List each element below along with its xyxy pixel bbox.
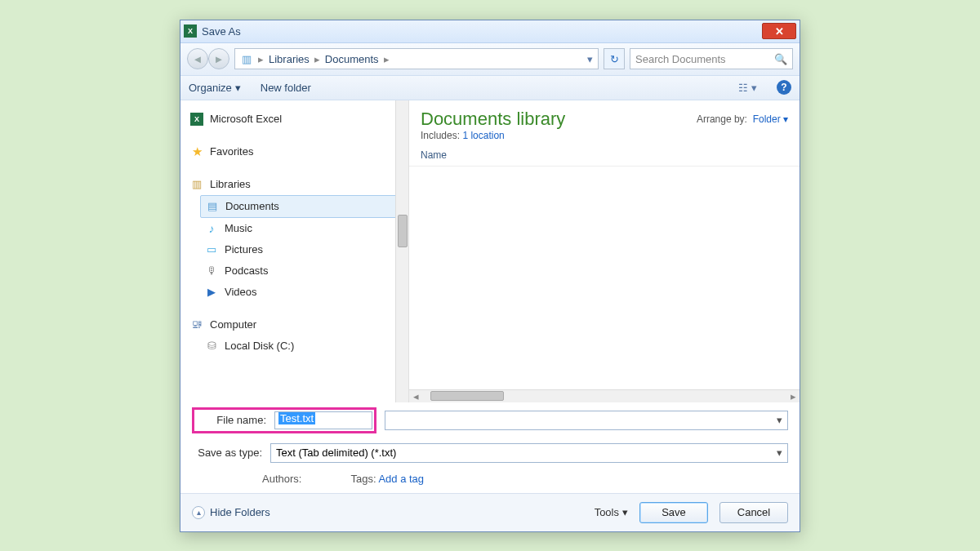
folder-icon: ▥: [240, 52, 253, 65]
savetype-dropdown[interactable]: Text (Tab delimited) (*.txt) ▾: [270, 443, 788, 463]
tree-item-documents[interactable]: ▤ Documents: [200, 195, 403, 218]
save-as-dialog: X Save As ✕ ◄ ► ▥ ▸ Libraries ▸ Document…: [180, 20, 800, 532]
star-icon: ★: [190, 145, 203, 158]
organize-menu[interactable]: Organize ▾: [189, 82, 241, 94]
help-button[interactable]: ?: [777, 80, 791, 95]
authors-label: Authors:: [262, 473, 301, 485]
tags-label: Tags:: [350, 473, 376, 485]
tree-item-favorites[interactable]: ★ Favorites: [185, 141, 403, 162]
tree-item-pictures[interactable]: ▭ Pictures: [200, 239, 403, 260]
metadata-row: Authors: Tags: Add a tag: [180, 468, 800, 493]
tree-item-excel[interactable]: X Microsoft Excel: [185, 109, 403, 130]
tree-label: Music: [225, 222, 252, 234]
new-folder-label: New folder: [261, 82, 311, 94]
breadcrumb-libraries[interactable]: Libraries: [269, 53, 310, 65]
arrange-by-dropdown[interactable]: Folder ▾: [753, 113, 788, 125]
tree-scrollbar[interactable]: [395, 100, 408, 402]
file-list[interactable]: [409, 167, 800, 389]
view-options-button[interactable]: ☷ ▾: [738, 82, 757, 94]
filename-highlight: File name: Test.txt: [192, 407, 376, 433]
save-button[interactable]: Save: [639, 502, 708, 523]
horizontal-scrollbar[interactable]: ◂▸: [409, 389, 800, 402]
savetype-value: Text (Tab delimited) (*.txt): [276, 447, 777, 459]
tree-label: Videos: [225, 286, 257, 298]
organize-label: Organize: [189, 82, 232, 94]
tree-item-localdisk[interactable]: ⛁ Local Disk (C:): [200, 335, 403, 357]
excel-icon: X: [184, 24, 197, 38]
dialog-body: X Microsoft Excel ★ Favorites ▥ Librarie…: [180, 100, 800, 402]
tree-label: Podcasts: [225, 264, 268, 277]
tree-item-libraries[interactable]: ▥ Libraries: [185, 174, 403, 195]
refresh-button[interactable]: ↻: [604, 48, 625, 69]
documents-icon: ▤: [206, 200, 219, 213]
chevron-down-icon: ▾: [235, 82, 241, 94]
tree-label: Documents: [225, 200, 279, 212]
libraries-icon: ▥: [190, 178, 203, 191]
includes-link[interactable]: 1 location: [462, 130, 504, 141]
titlebar: X Save As ✕: [180, 20, 800, 43]
tree-item-computer[interactable]: 🖳 Computer: [185, 314, 403, 335]
includes-label: Includes:: [421, 130, 460, 141]
arrange-label: Arrange by:: [697, 113, 747, 125]
pictures-icon: ▭: [205, 243, 218, 256]
excel-icon: X: [190, 113, 203, 126]
breadcrumb-separator: ▸: [258, 53, 264, 65]
column-header-name[interactable]: Name: [409, 144, 800, 167]
tree-label: Computer: [210, 318, 256, 331]
hide-folders-button[interactable]: ▴ Hide Folders: [192, 506, 270, 519]
podcasts-icon: 🎙: [205, 264, 218, 278]
savetype-label: Save as type:: [192, 447, 262, 459]
authors-field[interactable]: Authors:: [262, 473, 301, 485]
filename-label: File name:: [196, 414, 266, 426]
music-icon: ♪: [205, 222, 218, 235]
forward-button[interactable]: ►: [208, 48, 229, 69]
content-pane: Documents library Includes: 1 location A…: [409, 100, 800, 402]
videos-icon: ▶: [205, 286, 218, 299]
toolbar: Organize ▾ New folder ☷ ▾ ?: [180, 76, 800, 100]
tree-item-music[interactable]: ♪ Music: [200, 218, 403, 239]
tree-label: Favorites: [210, 145, 253, 158]
breadcrumb-separator: ▸: [384, 53, 390, 65]
disk-icon: ⛁: [205, 340, 218, 353]
filename-value: Test.txt: [278, 412, 315, 424]
address-dropdown-icon[interactable]: ▾: [587, 53, 593, 65]
back-button[interactable]: ◄: [187, 48, 208, 69]
search-input[interactable]: Search Documents 🔍: [630, 48, 793, 69]
window-title: Save As: [202, 25, 762, 38]
chevron-down-icon: ▾: [622, 506, 628, 518]
footer: ▴ Hide Folders Tools ▾ Save Cancel: [180, 493, 800, 531]
chevron-down-icon: ▾: [777, 414, 782, 426]
computer-icon: 🖳: [190, 318, 203, 331]
tree-item-podcasts[interactable]: 🎙 Podcasts: [200, 260, 403, 282]
nav-tree: X Microsoft Excel ★ Favorites ▥ Librarie…: [180, 100, 409, 402]
tools-menu[interactable]: Tools ▾: [595, 506, 628, 518]
library-title: Documents library: [421, 109, 680, 130]
chevron-up-icon: ▴: [192, 506, 205, 519]
filename-row: File name: Test.txt ▾: [180, 402, 800, 438]
arrange-value: Folder: [753, 113, 781, 125]
tree-label: Libraries: [210, 178, 251, 190]
new-folder-button[interactable]: New folder: [261, 82, 311, 94]
close-button[interactable]: ✕: [762, 23, 796, 39]
nav-row: ◄ ► ▥ ▸ Libraries ▸ Documents ▸ ▾ ↻ Sear…: [180, 43, 800, 76]
breadcrumb-documents[interactable]: Documents: [325, 53, 379, 65]
tree-label: Local Disk (C:): [225, 340, 294, 352]
address-bar[interactable]: ▥ ▸ Libraries ▸ Documents ▸ ▾: [234, 48, 599, 69]
search-placeholder: Search Documents: [635, 53, 726, 65]
add-tag-link[interactable]: Add a tag: [378, 473, 424, 485]
breadcrumb-separator: ▸: [314, 53, 320, 65]
save-label: Save: [662, 506, 686, 518]
filename-combo-extension[interactable]: ▾: [385, 411, 788, 430]
filename-input[interactable]: Test.txt: [274, 411, 372, 429]
hide-folders-label: Hide Folders: [210, 506, 270, 518]
cancel-button[interactable]: Cancel: [719, 502, 788, 523]
tree-item-videos[interactable]: ▶ Videos: [200, 282, 403, 303]
tree-label: Microsoft Excel: [210, 113, 282, 125]
search-icon: 🔍: [774, 53, 787, 65]
savetype-row: Save as type: Text (Tab delimited) (*.tx…: [180, 438, 800, 468]
tree-label: Pictures: [225, 243, 263, 256]
cancel-label: Cancel: [737, 506, 770, 518]
chevron-down-icon: ▾: [777, 447, 782, 459]
tools-label: Tools: [595, 506, 619, 518]
